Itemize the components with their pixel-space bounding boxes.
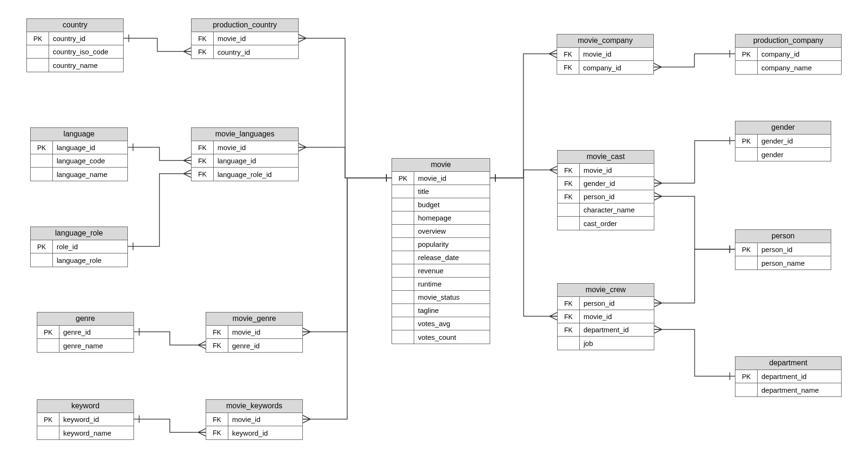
attribute-cell: job bbox=[580, 337, 654, 350]
entity-person: personPKperson_idperson_name bbox=[735, 229, 831, 270]
entity-row: FKlanguage_id bbox=[192, 154, 298, 168]
cardinality-many bbox=[654, 193, 662, 200]
relationship-line bbox=[654, 196, 735, 249]
entity-title: movie bbox=[392, 159, 490, 172]
entity-title: department bbox=[735, 357, 841, 370]
entity-row: genre_name bbox=[37, 339, 134, 352]
entity-production_country: production_countryFKmovie_idFKcountry_id bbox=[191, 18, 299, 59]
attribute-cell: genre_id bbox=[228, 339, 302, 352]
entity-movie_keywords: movie_keywordsFKmovie_idFKkeyword_id bbox=[206, 399, 303, 440]
relationship-line bbox=[303, 178, 392, 332]
attribute-cell: genre_name bbox=[59, 339, 134, 352]
key-cell bbox=[392, 264, 414, 278]
entity-row: FKperson_id bbox=[558, 297, 654, 310]
entity-row: person_name bbox=[735, 256, 831, 270]
entity-row: FKmovie_id bbox=[558, 310, 654, 323]
key-cell: FK bbox=[192, 154, 214, 168]
entity-gender: genderPKgender_idgender bbox=[735, 121, 831, 161]
entity-production_company: production_companyPKcompany_idcompany_na… bbox=[735, 34, 842, 75]
key-cell bbox=[392, 251, 414, 264]
key-cell bbox=[735, 383, 758, 396]
key-cell: FK bbox=[557, 48, 579, 61]
cardinality-many bbox=[303, 415, 310, 423]
attribute-cell: person_id bbox=[758, 243, 831, 256]
cardinality-many bbox=[654, 326, 662, 333]
entity-row: language_code bbox=[31, 154, 127, 168]
key-cell: PK bbox=[37, 413, 59, 426]
attribute-cell: language_role bbox=[53, 253, 127, 267]
key-cell bbox=[37, 339, 59, 352]
relationship-line bbox=[490, 170, 557, 178]
attribute-cell: popularity bbox=[414, 238, 490, 251]
attribute-cell: votes_avg bbox=[414, 317, 490, 330]
entity-movie_company: movie_companyFKmovie_idFKcompany_id bbox=[557, 34, 654, 75]
entity-row: PKrole_id bbox=[31, 240, 127, 253]
entity-row: PKdepartment_id bbox=[735, 370, 841, 383]
entity-title: movie_cast bbox=[558, 151, 654, 164]
entity-row: FKcountry_id bbox=[192, 45, 298, 59]
key-cell bbox=[392, 225, 414, 238]
key-cell bbox=[31, 154, 53, 168]
entity-row: PKcompany_id bbox=[735, 48, 841, 61]
attribute-cell: person_id bbox=[580, 190, 654, 203]
entity-row: movie_status bbox=[392, 291, 490, 304]
entity-title: movie_languages bbox=[192, 128, 298, 141]
key-cell: PK bbox=[735, 48, 758, 61]
key-cell bbox=[392, 211, 414, 225]
entity-title: keyword bbox=[37, 400, 134, 413]
entity-title: production_country bbox=[192, 19, 298, 32]
key-cell bbox=[31, 168, 53, 181]
entity-title: movie_crew bbox=[558, 284, 654, 297]
cardinality-many bbox=[654, 299, 662, 307]
key-cell: FK bbox=[558, 164, 580, 177]
relationship-line bbox=[299, 147, 392, 178]
entity-row: FKgender_id bbox=[558, 177, 654, 190]
attribute-cell: gender_id bbox=[758, 135, 831, 148]
attribute-cell: gender bbox=[758, 148, 831, 161]
entity-row: language_name bbox=[31, 168, 127, 181]
key-cell: FK bbox=[192, 32, 214, 45]
cardinality-many bbox=[184, 48, 191, 55]
entity-language_role: language_rolePKrole_idlanguage_role bbox=[30, 227, 128, 267]
attribute-cell: title bbox=[414, 185, 490, 198]
key-cell bbox=[392, 238, 414, 251]
key-cell: FK bbox=[558, 177, 580, 190]
key-cell: FK bbox=[192, 45, 214, 59]
entity-row: FKdepartment_id bbox=[558, 323, 654, 337]
entity-row: FKmovie_id bbox=[206, 326, 302, 339]
entity-department: departmentPKdepartment_iddepartment_name bbox=[735, 356, 842, 397]
key-cell bbox=[392, 291, 414, 304]
key-cell bbox=[392, 304, 414, 317]
attribute-cell: tagline bbox=[414, 304, 490, 317]
attribute-cell: movie_id bbox=[579, 48, 653, 61]
key-cell bbox=[558, 203, 580, 217]
cardinality-many bbox=[198, 429, 206, 436]
key-cell: FK bbox=[558, 310, 580, 323]
entity-row: PKgenre_id bbox=[37, 326, 134, 339]
attribute-cell: movie_id bbox=[228, 413, 302, 426]
attribute-cell: department_name bbox=[758, 383, 841, 396]
entity-title: country bbox=[27, 19, 123, 32]
relationship-line bbox=[490, 54, 557, 178]
entity-row: title bbox=[392, 185, 490, 198]
key-cell: FK bbox=[206, 426, 228, 439]
attribute-cell: movie_id bbox=[580, 164, 654, 177]
key-cell: PK bbox=[735, 370, 758, 383]
attribute-cell: person_id bbox=[580, 297, 654, 310]
entity-row: FKlanguage_role_id bbox=[192, 168, 298, 181]
attribute-cell: country_id bbox=[49, 32, 123, 45]
entity-row: votes_count bbox=[392, 330, 490, 344]
entity-row: PKcountry_id bbox=[27, 32, 123, 45]
entity-title: production_company bbox=[735, 34, 841, 48]
attribute-cell: overview bbox=[414, 225, 490, 238]
entity-title: person bbox=[735, 230, 831, 243]
entity-row: overview bbox=[392, 225, 490, 238]
cardinality-many bbox=[550, 312, 557, 320]
cardinality-many bbox=[184, 157, 191, 164]
entity-row: FKperson_id bbox=[558, 190, 654, 203]
key-cell bbox=[37, 426, 59, 439]
key-cell bbox=[392, 198, 414, 211]
entity-title: language_role bbox=[31, 227, 127, 240]
key-cell bbox=[31, 253, 53, 267]
entity-row: popularity bbox=[392, 238, 490, 251]
